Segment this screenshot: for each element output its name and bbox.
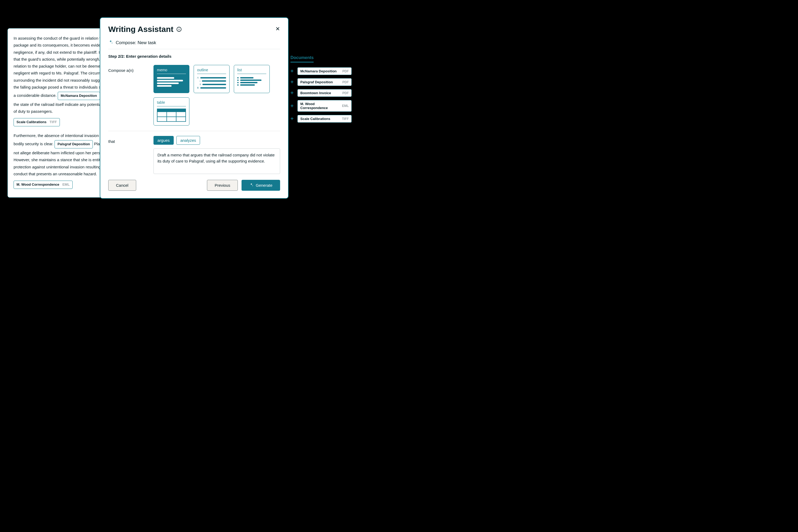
document-item: +McNamara DepositionPDF	[290, 67, 352, 75]
document-pill[interactable]: Scale CalibrationsTIFF	[298, 115, 352, 122]
chip-label: Scale Calibrations	[17, 120, 46, 124]
verb-row: that argues analyzes Draft a memo that a…	[108, 136, 280, 174]
chip-label: M. Wood Correspondence	[17, 183, 59, 187]
that-label: that	[108, 136, 146, 174]
inline-doc-chip[interactable]: McNamara Deposition	[58, 92, 100, 100]
document-pill[interactable]: Palsgraf DepositionPDF	[298, 78, 352, 86]
info-icon[interactable]	[176, 26, 182, 32]
document-ext: PDF	[342, 91, 349, 95]
inline-doc-chip[interactable]: Scale Calibrations TIFF	[14, 118, 60, 126]
generate-button[interactable]: Generate	[242, 180, 280, 191]
prompt-textarea[interactable]: Draft a memo that argues that the railro…	[153, 148, 280, 174]
verb-analyzes[interactable]: analyzes	[176, 136, 200, 145]
document-item: +Boomtown InvoicePDF	[290, 89, 352, 97]
type-card-outline[interactable]: outline A i ii B	[194, 65, 230, 93]
document-name: M. Wood Correspondence	[300, 102, 342, 110]
add-doc-icon[interactable]: +	[290, 68, 295, 74]
add-doc-icon[interactable]: +	[290, 116, 295, 122]
divider	[108, 49, 280, 49]
compose-heading: Compose: New task	[108, 40, 280, 46]
type-card-list[interactable]: list	[234, 65, 270, 93]
cancel-button[interactable]: Cancel	[108, 180, 136, 191]
document-pill[interactable]: McNamara DepositionPDF	[298, 67, 352, 75]
chip-label: Palsgraf Deposition	[57, 142, 90, 146]
add-doc-icon[interactable]: +	[290, 90, 295, 96]
chip-ext: TIFF	[50, 120, 57, 124]
step-label: Step 2/2: Enter generation details	[108, 54, 280, 58]
close-button[interactable]	[275, 26, 280, 33]
type-label: outline	[197, 68, 226, 74]
modal-footer: Cancel Previous Generate	[108, 180, 280, 191]
type-label: memo	[157, 68, 186, 74]
verb-argues[interactable]: argues	[153, 136, 174, 145]
documents-list: +McNamara DepositionPDF+Palsgraf Deposit…	[290, 67, 352, 122]
document-name: Palsgraf Deposition	[300, 80, 333, 84]
document-name: McNamara Deposition	[300, 69, 337, 73]
chip-ext: EML	[62, 183, 70, 187]
type-label: table	[157, 100, 186, 107]
document-ext: TIFF	[342, 117, 349, 121]
type-card-memo[interactable]: memo	[153, 65, 189, 93]
document-item: +M. Wood CorrespondenceEML	[290, 100, 352, 112]
add-doc-icon[interactable]: +	[290, 79, 295, 85]
document-ext: EML	[342, 104, 349, 108]
documents-title: Documents	[290, 55, 314, 62]
modal-header: Writing Assistant	[108, 25, 280, 34]
compose-type-row: Compose a(n) memo outline A i ii B	[108, 65, 280, 126]
document-ext: PDF	[342, 80, 349, 84]
list-icon	[237, 76, 266, 90]
previous-button[interactable]: Previous	[207, 180, 238, 191]
close-icon	[275, 26, 280, 31]
compose-label: Compose a(n)	[108, 65, 146, 126]
add-doc-icon[interactable]: +	[290, 103, 295, 109]
documents-panel: Documents +McNamara DepositionPDF+Palsgr…	[290, 55, 352, 126]
chip-label: McNamara Deposition	[61, 94, 97, 98]
writing-assistant-modal: Writing Assistant Compose: New task Step…	[100, 17, 289, 199]
svg-rect-5	[157, 109, 186, 112]
memo-icon	[157, 76, 186, 90]
type-label: list	[237, 68, 266, 74]
document-pill[interactable]: Boomtown InvoicePDF	[298, 89, 352, 97]
document-item: +Scale CalibrationsTIFF	[290, 115, 352, 122]
inline-doc-chip[interactable]: Palsgraf Deposition	[55, 140, 93, 148]
compose-label: Compose: New task	[116, 40, 156, 45]
modal-title-row: Writing Assistant	[108, 25, 182, 34]
sparkle-icon	[249, 183, 253, 188]
verb-column: argues analyzes Draft a memo that argues…	[153, 136, 280, 174]
modal-title: Writing Assistant	[108, 25, 173, 34]
sparkle-icon	[108, 40, 113, 46]
outline-icon: A i ii B	[197, 76, 226, 90]
document-name: Boomtown Invoice	[300, 91, 331, 95]
document-item: +Palsgraf DepositionPDF	[290, 78, 352, 86]
type-cards: memo outline A i ii B list	[153, 65, 280, 126]
document-name: Scale Calibrations	[300, 117, 330, 121]
inline-doc-chip[interactable]: M. Wood Correspondence EML	[14, 180, 73, 189]
verb-pills: argues analyzes	[153, 136, 280, 145]
generate-label: Generate	[255, 183, 272, 188]
svg-point-2	[179, 28, 179, 28]
table-icon	[157, 109, 186, 122]
type-card-table[interactable]: table	[153, 97, 189, 126]
document-ext: PDF	[342, 70, 349, 73]
document-pill[interactable]: M. Wood CorrespondenceEML	[298, 100, 352, 112]
divider	[108, 131, 280, 131]
